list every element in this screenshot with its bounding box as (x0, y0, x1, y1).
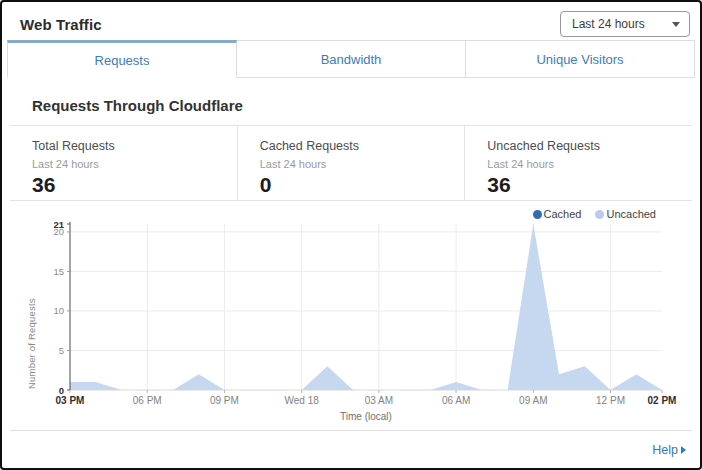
help-label: Help (652, 443, 678, 457)
stat-period: Last 24 hours (487, 158, 692, 170)
panel-footer: Help (10, 430, 692, 469)
y-axis-title: Number of Requests (26, 229, 37, 389)
svg-text:10: 10 (53, 305, 64, 316)
tab-unique-visitors[interactable]: Unique Visitors (466, 40, 695, 78)
stat-label: Total Requests (32, 139, 237, 153)
section-header: Requests Through Cloudflare (2, 78, 700, 125)
stat-label: Uncached Requests (487, 139, 692, 153)
stat-label: Cached Requests (260, 139, 465, 153)
requests-chart-section: Cached Uncached Number of Requests 05101… (10, 201, 692, 430)
chevron-down-icon (672, 22, 680, 27)
svg-text:5: 5 (59, 345, 64, 356)
help-link[interactable]: Help (652, 443, 686, 457)
requests-chart-svg: 051015202103 PM06 PM09 PMWed 1803 AM06 A… (44, 211, 702, 426)
tab-unique-visitors-label: Unique Visitors (536, 52, 623, 67)
stat-value: 36 (32, 173, 237, 197)
panel-header: Web Traffic Last 24 hours (2, 2, 700, 40)
time-range-dropdown[interactable]: Last 24 hours (560, 11, 690, 37)
page-title: Web Traffic (20, 16, 102, 33)
time-range-value: Last 24 hours (572, 17, 645, 31)
stat-cached-requests: Cached Requests Last 24 hours 0 (237, 126, 465, 200)
svg-text:Wed 18: Wed 18 (285, 395, 320, 406)
svg-text:02 PM: 02 PM (648, 395, 677, 406)
svg-text:06 AM: 06 AM (442, 395, 470, 406)
svg-text:Time (local): Time (local) (340, 411, 392, 422)
tab-requests[interactable]: Requests (7, 40, 237, 78)
svg-text:09 AM: 09 AM (519, 395, 547, 406)
web-traffic-panel: Web Traffic Last 24 hours Requests Bandw… (0, 0, 702, 470)
stat-period: Last 24 hours (260, 158, 465, 170)
svg-text:21: 21 (53, 219, 64, 230)
svg-text:03 AM: 03 AM (365, 395, 393, 406)
tab-bar: Requests Bandwidth Unique Visitors (7, 40, 695, 78)
stat-total-requests: Total Requests Last 24 hours 36 (10, 126, 237, 200)
requests-area-chart: 051015202103 PM06 PM09 PMWed 1803 AM06 A… (44, 211, 702, 430)
stat-value: 36 (487, 173, 692, 197)
svg-text:12 PM: 12 PM (596, 395, 625, 406)
arrow-right-icon (681, 446, 686, 454)
svg-text:09 PM: 09 PM (210, 395, 239, 406)
tab-requests-label: Requests (95, 53, 150, 68)
stat-period: Last 24 hours (32, 158, 237, 170)
svg-text:0: 0 (59, 385, 64, 396)
stat-value: 0 (260, 173, 465, 197)
section-title: Requests Through Cloudflare (32, 97, 670, 114)
svg-text:03 PM: 03 PM (56, 395, 85, 406)
tab-bandwidth-label: Bandwidth (321, 52, 382, 67)
stats-row: Total Requests Last 24 hours 36 Cached R… (10, 126, 692, 201)
svg-text:15: 15 (53, 266, 64, 277)
svg-text:06 PM: 06 PM (133, 395, 162, 406)
tab-bandwidth[interactable]: Bandwidth (237, 40, 466, 78)
stat-uncached-requests: Uncached Requests Last 24 hours 36 (464, 126, 692, 200)
